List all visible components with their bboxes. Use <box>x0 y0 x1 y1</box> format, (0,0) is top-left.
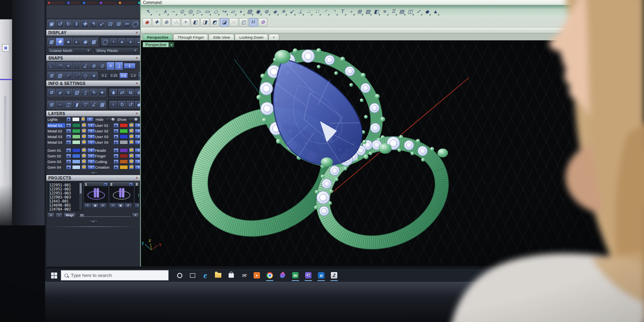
molecule-icon[interactable]: ∴ <box>171 18 180 27</box>
snaps-panel-header[interactable]: SNAPS × <box>46 55 140 61</box>
manager-button[interactable]: Mngr <box>64 213 76 218</box>
layer-lock-icon[interactable] <box>129 159 134 164</box>
layer-lock-icon[interactable] <box>81 159 87 164</box>
show-toggle[interactable] <box>128 117 139 122</box>
box-tool-icon[interactable]: ▧ <box>246 7 254 16</box>
wireframe-sphere-icon[interactable]: ◯ <box>101 38 109 45</box>
chrome-icon[interactable] <box>264 270 275 281</box>
task-view-icon[interactable] <box>187 270 198 281</box>
project-list-item[interactable]: 122951-001 <box>49 183 78 187</box>
layers-tool-icon[interactable]: ▤ <box>398 7 406 16</box>
menu-item[interactable]: Cutters <box>119 0 135 5</box>
layer-lock-icon[interactable] <box>81 117 85 122</box>
near-snap-icon[interactable]: ◠ <box>56 62 64 70</box>
layer-expand-icon[interactable]: ▶ <box>66 117 71 122</box>
layer-row[interactable]: User 03 ▶ I <box>95 134 142 139</box>
revolve-tool-icon[interactable]: ◈ <box>271 7 279 16</box>
taskbar-search[interactable]: Type here to search <box>61 270 169 281</box>
profiles-icon[interactable]: ‖ <box>72 20 80 28</box>
layer-expand-icon[interactable]: ▶ <box>114 123 119 128</box>
patch-tool-icon[interactable]: ◗ <box>237 7 245 16</box>
layer-color-swatch[interactable] <box>72 159 80 164</box>
matte-sphere-icon[interactable]: ◔ <box>109 38 117 45</box>
layer-row[interactable]: User 04 ▶ I <box>95 140 142 145</box>
settings-gears-icon[interactable]: ⚙ <box>47 89 55 96</box>
layer-expand-icon[interactable]: ▶ <box>66 165 71 169</box>
arc-tool-icon[interactable]: ▷ <box>195 7 203 16</box>
center-snap-icon[interactable]: ⊙ <box>98 62 106 70</box>
layer-expand-icon[interactable]: ▶ <box>114 165 119 169</box>
move-icon[interactable]: ✚ <box>81 20 89 28</box>
figure-icon[interactable]: ♀ <box>109 101 117 108</box>
pyramid-tool-icon[interactable]: ▲ <box>431 7 440 16</box>
delete-button[interactable]: ✗ <box>99 203 106 208</box>
info-settings-header[interactable]: INFO & SETTINGS × <box>46 80 140 86</box>
close-icon[interactable]: × <box>136 56 138 60</box>
blend-tool-icon[interactable]: ◜ <box>322 7 330 16</box>
project-thumbnail[interactable]: 1 ▶ + <box>84 182 108 211</box>
viewport-tab[interactable]: + <box>268 34 280 40</box>
layer-expand-icon[interactable]: ▶ <box>66 148 71 153</box>
layer-row[interactable]: Gem 02 ▶ I <box>47 153 95 159</box>
ellipse-tool-icon[interactable]: ◎ <box>186 7 194 16</box>
layer-expand-icon[interactable]: ▶ <box>114 154 119 158</box>
snap-value-chip[interactable]: 0.5 <box>119 72 128 78</box>
layer-visibility-toggle[interactable]: I <box>87 159 95 164</box>
scrollbar[interactable] <box>4 96 6 217</box>
layer-color-swatch[interactable] <box>120 159 128 164</box>
layer-lock-icon[interactable] <box>129 123 134 128</box>
rotate-a-icon[interactable]: ↻ <box>118 101 126 108</box>
sphere-tool-icon[interactable]: ◉ <box>254 7 262 16</box>
layer-row[interactable]: Gem 03 ▶ I <box>47 159 95 164</box>
layer-lock-icon[interactable] <box>129 165 134 169</box>
layer-visibility-toggle[interactable]: I <box>87 165 95 169</box>
cube-info-icon[interactable]: ▧ <box>73 89 80 96</box>
layer-color-swatch[interactable] <box>72 154 80 158</box>
calculator-icon[interactable]: ▦ <box>98 101 106 108</box>
filter-icon[interactable]: ▽ <box>81 101 89 108</box>
layer-lock-icon[interactable] <box>81 123 87 128</box>
array-tool-icon[interactable]: ⊞ <box>355 7 363 16</box>
globe-icon[interactable]: ⊕ <box>162 18 171 27</box>
perp-snap-icon[interactable]: ⊥ <box>115 62 123 70</box>
layer-expand-icon[interactable]: ▶ <box>114 129 119 133</box>
rectangle-tool-icon[interactable]: ▭ <box>203 7 211 16</box>
layer-name[interactable]: Lights <box>47 117 65 122</box>
circle-tool-icon[interactable]: ⊙ <box>178 7 186 16</box>
cortana-icon[interactable] <box>174 270 185 281</box>
layers-panel-header[interactable]: LAYERS × <box>46 111 140 116</box>
insert-button[interactable]: + <box>135 203 139 208</box>
snap-i-toggle[interactable]: I <box>124 63 136 69</box>
material-dropdown[interactable]: Shiny Plastic▼ <box>95 47 139 54</box>
ghosted-sphere-icon[interactable]: ◐ <box>73 38 80 45</box>
inspect-icon[interactable]: ⌀ <box>56 89 64 96</box>
layer-color-swatch[interactable] <box>120 123 128 128</box>
point-snap-icon[interactable]: + <box>64 62 72 70</box>
fillet-tool-icon[interactable]: ◝ <box>330 7 338 16</box>
layer-lock-icon[interactable] <box>129 129 134 133</box>
media-player-icon[interactable]: ▸ <box>252 270 262 281</box>
viewport-tab[interactable]: Looking Down <box>235 34 268 40</box>
save-button[interactable]: ▣ <box>92 203 99 208</box>
project-list-item[interactable]: 122951-003 <box>49 191 78 195</box>
extrude-tool-icon[interactable]: ↙ <box>288 7 296 16</box>
layer-lock-icon[interactable] <box>81 129 87 133</box>
project-list-item[interactable]: 124704-002 <box>49 207 78 211</box>
thumb-flyout-icon[interactable]: ▶ <box>129 183 133 186</box>
grid-snap-icon[interactable]: ⊞ <box>47 72 55 79</box>
thumb-flyout-icon[interactable]: ▶ <box>103 183 107 186</box>
layer-expand-icon[interactable]: ▶ <box>114 159 119 164</box>
layer-color-swatch[interactable] <box>120 140 128 144</box>
menu-item[interactable]: Tools <box>67 0 80 5</box>
hatch-tool-icon[interactable]: ▨ <box>364 7 372 16</box>
cplane-tool-icon[interactable]: ⊥ <box>296 7 304 16</box>
project-list-item[interactable]: 122983-003 <box>49 195 78 199</box>
collapse-pill[interactable]: ▾ <box>88 220 99 223</box>
edit-points-tool-icon[interactable]: ∘ <box>347 7 355 16</box>
layer-expand-icon[interactable]: ▶ <box>114 140 119 144</box>
view-cube-3-icon[interactable]: ◩ <box>210 18 219 27</box>
mirror-icon[interactable]: ⊞ <box>115 20 122 28</box>
layer-color-swatch[interactable] <box>120 134 128 139</box>
layer-row[interactable]: Gem 04 ▶ I <box>47 165 95 170</box>
layer-visibility-toggle[interactable]: I <box>87 123 95 128</box>
